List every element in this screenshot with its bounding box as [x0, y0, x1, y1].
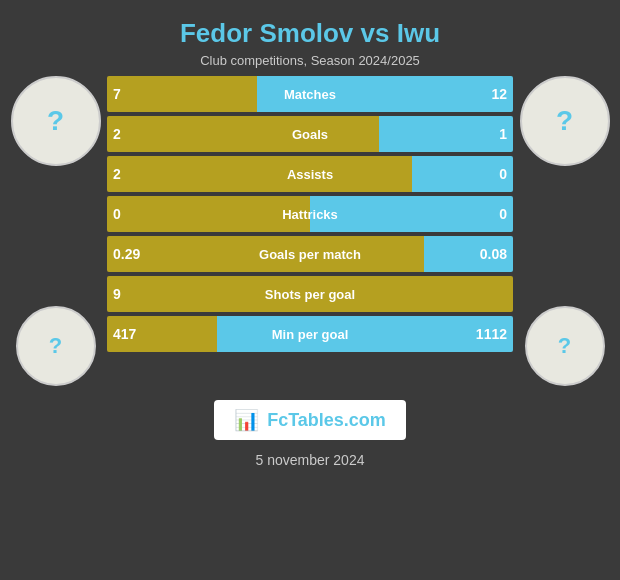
stat-label-matches: Matches [284, 87, 336, 102]
page-header: Fedor Smolov vs Iwu Club competitions, S… [0, 0, 620, 76]
left-player-avatar-bottom: ? [16, 306, 96, 386]
stat-left-value: 2 [113, 126, 121, 142]
stat-left-value: 0.29 [113, 246, 140, 262]
watermark-icon: 📊 [234, 408, 259, 432]
right-player-section: ? ? [517, 76, 612, 386]
right-player-avatar-top: ? [520, 76, 610, 166]
stat-right-value: 0 [499, 206, 507, 222]
stats-section: Matches712Goals21Assists20Hattricks00Goa… [107, 76, 513, 386]
stat-right-value: 1 [499, 126, 507, 142]
stat-row-min-per-goal: Min per goal4171112 [107, 316, 513, 352]
stat-right-value: 1112 [476, 326, 507, 342]
stat-row-goals: Goals21 [107, 116, 513, 152]
right-player-avatar-bottom: ? [525, 306, 605, 386]
stat-row-assists: Assists20 [107, 156, 513, 192]
stat-label-goals: Goals [292, 127, 328, 142]
stat-label-hattricks: Hattricks [282, 207, 338, 222]
left-avatar-small-question-icon: ? [49, 333, 62, 359]
stat-label-assists: Assists [287, 167, 333, 182]
stat-right-value: 12 [491, 86, 507, 102]
stat-row-matches: Matches712 [107, 76, 513, 112]
stat-label-min-per-goal: Min per goal [272, 327, 349, 342]
stat-right-value: 0 [499, 166, 507, 182]
stat-row-goals-per-match: Goals per match0.290.08 [107, 236, 513, 272]
stat-left-value: 0 [113, 206, 121, 222]
stat-right-value: 0.08 [480, 246, 507, 262]
stat-row-shots-per-goal: Shots per goal9 [107, 276, 513, 312]
left-player-avatar-top: ? [11, 76, 101, 166]
page-title: Fedor Smolov vs Iwu [20, 18, 600, 49]
left-avatar-question-icon: ? [47, 105, 64, 137]
right-avatar-small-question-icon: ? [558, 333, 571, 359]
page-subtitle: Club competitions, Season 2024/2025 [20, 53, 600, 68]
watermark: 📊 FcTables.com [214, 400, 406, 440]
stat-left-value: 9 [113, 286, 121, 302]
footer-date: 5 november 2024 [256, 452, 365, 468]
right-avatar-question-icon: ? [556, 105, 573, 137]
stat-left-value: 7 [113, 86, 121, 102]
stat-left-value: 417 [113, 326, 136, 342]
stat-left-value: 2 [113, 166, 121, 182]
left-player-section: ? ? [8, 76, 103, 386]
stat-label-goals-per-match: Goals per match [259, 247, 361, 262]
stat-label-shots-per-goal: Shots per goal [265, 287, 355, 302]
watermark-text: FcTables.com [267, 410, 386, 431]
stat-row-hattricks: Hattricks00 [107, 196, 513, 232]
